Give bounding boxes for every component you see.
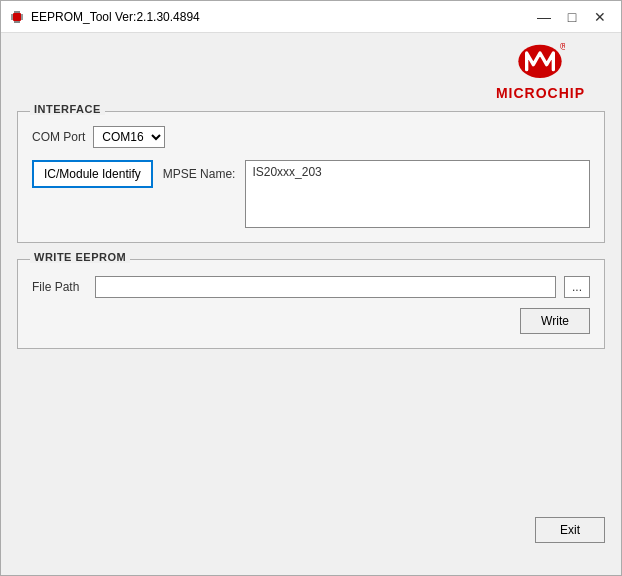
- com-port-label: COM Port: [32, 130, 85, 144]
- microchip-logo-icon: ®: [515, 43, 565, 83]
- interface-section-label: INTERFACE: [30, 103, 105, 115]
- svg-rect-0: [13, 13, 21, 21]
- mpse-name-label: MPSE Name:: [163, 160, 236, 188]
- svg-point-13: [519, 45, 562, 78]
- interface-section: INTERFACE COM Port COM16 IC/Module Ident…: [17, 111, 605, 243]
- ic-module-identify-button[interactable]: IC/Module Identify: [32, 160, 153, 188]
- main-window: EEPROM_Tool Ver:2.1.30.4894 — □ ✕ ® MIC: [0, 0, 622, 576]
- file-path-row: File Path ...: [32, 276, 590, 298]
- file-path-input[interactable]: [95, 276, 556, 298]
- microchip-logo: ® MICROCHIP: [496, 43, 585, 101]
- exit-button[interactable]: Exit: [535, 517, 605, 543]
- restore-button[interactable]: □: [559, 6, 585, 28]
- title-bar-controls: — □ ✕: [531, 6, 613, 28]
- mpse-name-textarea[interactable]: IS20xxx_203: [245, 160, 590, 228]
- close-button[interactable]: ✕: [587, 6, 613, 28]
- minimize-button[interactable]: —: [531, 6, 557, 28]
- com-port-row: COM Port COM16: [32, 126, 590, 148]
- window-title: EEPROM_Tool Ver:2.1.30.4894: [31, 10, 200, 24]
- com-port-select[interactable]: COM16: [93, 126, 165, 148]
- app-icon: [9, 9, 25, 25]
- write-row: Write: [32, 308, 590, 334]
- write-button[interactable]: Write: [520, 308, 590, 334]
- bottom-area: Exit: [17, 365, 605, 559]
- title-bar: EEPROM_Tool Ver:2.1.30.4894 — □ ✕: [1, 1, 621, 33]
- file-path-label: File Path: [32, 280, 87, 294]
- write-eeprom-section: WRITE EEPROM File Path ... Write: [17, 259, 605, 349]
- title-bar-left: EEPROM_Tool Ver:2.1.30.4894: [9, 9, 200, 25]
- logo-text: MICROCHIP: [496, 85, 585, 101]
- mpse-row: IC/Module Identify MPSE Name: IS20xxx_20…: [32, 160, 590, 228]
- write-eeprom-label: WRITE EEPROM: [30, 251, 130, 263]
- logo-area: ® MICROCHIP: [17, 43, 605, 101]
- content-area: ® MICROCHIP INTERFACE COM Port COM16 IC/…: [1, 33, 621, 575]
- svg-text:®: ®: [560, 43, 565, 52]
- browse-button[interactable]: ...: [564, 276, 590, 298]
